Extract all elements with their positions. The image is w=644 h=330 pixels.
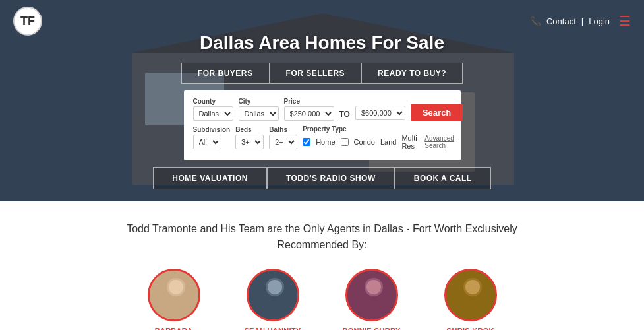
hero-tabs: FOR BUYERS FOR SELLERS READY TO BUY? — [181, 63, 463, 84]
price-label: Price — [284, 98, 334, 105]
price-from-select[interactable]: $250,000 — [284, 106, 334, 121]
advanced-search-link[interactable]: Advanced Search — [424, 135, 454, 149]
svg-point-13 — [268, 280, 282, 294]
baths-field: Baths 2+ — [269, 126, 297, 149]
beds-select[interactable]: 3+ — [235, 135, 264, 149]
subdivision-label: Subdivision — [193, 126, 231, 133]
beds-field: Beds 3+ — [235, 126, 264, 149]
agent-name-sean: SEAN HANNITY — [244, 327, 301, 330]
city-field: City Dallas — [239, 98, 279, 121]
city-label: City — [239, 98, 279, 105]
svg-point-21 — [465, 280, 480, 294]
tab-ready-to-buy[interactable]: READY TO BUY? — [361, 63, 463, 84]
agent-card-barbara: BARBARA CORCORAN REAL ESTATE MOGUL & SHA… — [138, 269, 210, 330]
search-button[interactable]: Search — [411, 104, 463, 121]
agent-card-sean: SEAN HANNITY FOX NEWS AND 660 AM — [237, 269, 309, 330]
label-condo: Condo — [354, 138, 375, 146]
baths-label: Baths — [269, 126, 297, 133]
avatar-barbara — [148, 269, 200, 321]
contact-link[interactable]: Contact — [546, 16, 576, 26]
beds-label: Beds — [235, 126, 264, 133]
site-logo[interactable]: TF — [13, 7, 42, 36]
agent-name-bonnie: BONNIE CURRY — [342, 327, 400, 330]
login-link[interactable]: Login — [589, 16, 610, 26]
radio-show-button[interactable]: TODD'S RADIO SHOW — [267, 167, 395, 189]
subdivision-field: Subdivision All — [193, 126, 231, 149]
label-land: Land — [380, 138, 396, 146]
svg-point-17 — [366, 280, 381, 294]
agent-name-barbara: BARBARA CORCORAN — [138, 327, 210, 330]
avatar-sean — [247, 269, 299, 321]
price-to-label: TO — [339, 110, 350, 119]
nav-separator: | — [581, 16, 583, 26]
agent-card-chris: CHRIS KROK 820 WBAP — [434, 269, 507, 330]
agent-card-bonnie: BONNIE CURRY 94.9 KLTY — [336, 269, 408, 330]
avatar-chris — [444, 269, 497, 321]
label-multires: Multi-Res — [401, 134, 419, 150]
checkbox-home[interactable] — [303, 138, 310, 146]
tab-for-sellers[interactable]: FOR SELLERS — [270, 63, 362, 84]
svg-point-9 — [169, 280, 183, 294]
county-field: County Dallas — [193, 98, 233, 121]
menu-icon[interactable]: ☰ — [619, 13, 631, 29]
property-type-checkboxes: Home Condo Land Multi-Res Advanced Searc… — [303, 134, 454, 150]
label-home: Home — [316, 138, 335, 146]
price-to-select[interactable]: $600,000 — [355, 106, 405, 120]
county-select[interactable]: Dallas — [193, 106, 233, 121]
baths-select[interactable]: 2+ — [269, 135, 297, 149]
header-navigation: 📞 Contact | Login ☰ — [530, 13, 631, 29]
subdivision-select[interactable]: All — [193, 135, 221, 149]
home-valuation-button[interactable]: HOME VALUATION — [153, 167, 267, 189]
city-select[interactable]: Dallas — [239, 106, 279, 121]
avatar-bonnie — [345, 269, 398, 321]
search-box: County Dallas City Dallas Price $250,000 — [184, 90, 461, 160]
agents-row: BARBARA CORCORAN REAL ESTATE MOGUL & SHA… — [13, 269, 631, 330]
tab-for-buyers[interactable]: FOR BUYERS — [181, 63, 270, 84]
below-hero-title: Todd Tramonte and His Team are the Only … — [13, 221, 631, 253]
search-row-2: Subdivision All Beds 3+ Baths 2+ — [193, 125, 452, 150]
book-call-button[interactable]: BOOK A CALL — [395, 167, 491, 189]
price-to-field: $600,000 — [355, 106, 405, 120]
county-label: County — [193, 98, 233, 105]
site-header: TF 📞 Contact | Login ☰ — [0, 0, 644, 42]
property-type-field: Property Type Home Condo Land Multi-Res … — [303, 125, 454, 150]
property-type-label: Property Type — [303, 125, 454, 133]
hero-section: TF 📞 Contact | Login ☰ Dallas Area Homes… — [0, 0, 644, 201]
checkbox-condo[interactable] — [341, 138, 349, 146]
agent-name-chris: CHRIS KROK — [446, 327, 494, 330]
price-from-field: Price $250,000 — [284, 98, 334, 121]
hero-bottom-buttons: HOME VALUATION TODD'S RADIO SHOW BOOK A … — [153, 167, 490, 189]
search-row-1: County Dallas City Dallas Price $250,000 — [193, 97, 452, 121]
below-hero-section: Todd Tramonte and His Team are the Only … — [0, 201, 644, 330]
phone-icon: 📞 — [530, 16, 541, 26]
